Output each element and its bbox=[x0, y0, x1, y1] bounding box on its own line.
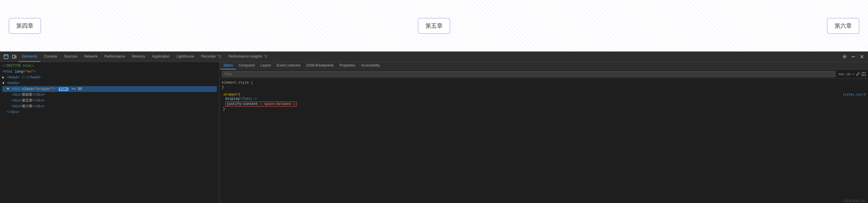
styles-tab-accessibility[interactable]: Accessibility bbox=[358, 62, 382, 69]
svg-rect-4 bbox=[15, 56, 16, 58]
device-toggle-icon[interactable] bbox=[10, 53, 18, 60]
style-panel-icon[interactable] bbox=[862, 72, 866, 76]
dom-panel: <!DOCTYPE html> <html lang="en"> ▶ <head… bbox=[0, 62, 219, 203]
tab-performance[interactable]: Performance bbox=[101, 52, 129, 62]
styles-filter-actions: :hov .cls + bbox=[838, 72, 866, 76]
css-display-line: display : flex ; □□ bbox=[222, 96, 866, 101]
element-style-selector: element.style { bbox=[222, 80, 866, 85]
dom-line-wrapper[interactable]: ▼ <div class="wrapper"> flex == $0 bbox=[2, 86, 217, 92]
devtools-panel: Elements Console Sources Network Perform… bbox=[0, 52, 868, 203]
preview-area: 第四章 第五章 第六章 bbox=[0, 0, 868, 52]
svg-point-8 bbox=[853, 56, 854, 57]
svg-rect-3 bbox=[12, 55, 15, 58]
hov-toggle[interactable]: :hov bbox=[838, 72, 844, 76]
cls-toggle[interactable]: .cls bbox=[846, 72, 851, 76]
styles-tab-layout[interactable]: Layout bbox=[257, 62, 274, 69]
devtools-content: <!DOCTYPE html> <html lang="en"> ▶ <head… bbox=[0, 62, 868, 203]
dom-line-html[interactable]: <html lang="en"> bbox=[2, 69, 217, 75]
styles-panel: Styles Computed Layout Event Listeners D… bbox=[219, 62, 868, 203]
dom-line-doctype[interactable]: <!DOCTYPE html> bbox=[2, 63, 217, 69]
close-icon[interactable] bbox=[858, 53, 866, 60]
styles-tab-dom-breakpoints[interactable]: DOM Breakpoints bbox=[304, 62, 337, 69]
css-source: styles.css:5 bbox=[843, 93, 866, 96]
dom-line-ch5[interactable]: <div>第五章</div> bbox=[2, 98, 217, 104]
dom-line-ch4[interactable]: <div>第四章</div> bbox=[2, 92, 217, 98]
style-edit-icon[interactable] bbox=[856, 72, 860, 76]
tab-network[interactable]: Network bbox=[81, 52, 101, 62]
toolbar-right-icons bbox=[841, 53, 866, 60]
styles-content: element.style { } .wrapper { styles.css:… bbox=[219, 79, 868, 203]
tab-elements[interactable]: Elements bbox=[19, 52, 40, 62]
css-justify-line[interactable]: justify-content : space-between ; bbox=[222, 101, 866, 107]
tab-lighthouse[interactable]: Lighthouse bbox=[173, 52, 198, 62]
svg-point-6 bbox=[844, 56, 845, 57]
styles-tab-computed[interactable]: Computed bbox=[236, 62, 257, 69]
devtools-tabs: Elements Console Sources Network Perform… bbox=[19, 52, 840, 62]
svg-rect-0 bbox=[4, 55, 8, 59]
more-icon[interactable] bbox=[849, 53, 857, 60]
svg-point-9 bbox=[854, 56, 855, 57]
dom-line-head[interactable]: ▶ <head> ⓘ </head> bbox=[2, 75, 217, 80]
tab-recorder[interactable]: Recorder ⌥ bbox=[198, 52, 225, 62]
dom-line-body[interactable]: ▼ <body> bbox=[2, 80, 217, 86]
svg-point-7 bbox=[852, 56, 853, 57]
settings-icon[interactable] bbox=[841, 53, 848, 60]
tab-memory[interactable]: Memory bbox=[128, 52, 148, 62]
styles-tab-properties[interactable]: Properties bbox=[337, 62, 358, 69]
watermark: CSDN @hsf_666 bbox=[843, 199, 866, 202]
element-style-close: } bbox=[222, 85, 866, 90]
dom-line-ch6[interactable]: <div>第六章</div> bbox=[2, 104, 217, 109]
styles-filter-bar: :hov .cls + bbox=[219, 70, 868, 79]
tab-console[interactable]: Console bbox=[40, 52, 61, 62]
element-style-block: element.style { } bbox=[222, 80, 866, 90]
wrapper-css-selector: .wrapper bbox=[222, 92, 239, 96]
styles-tab-event-listeners[interactable]: Event Listeners bbox=[274, 62, 304, 69]
wrapper-css-block: .wrapper { styles.css:5 display : flex ;… bbox=[222, 92, 866, 111]
tab-performance-insights[interactable]: Performance insights ⌥ bbox=[225, 52, 271, 62]
dom-line-div-close[interactable]: </div> bbox=[2, 109, 217, 115]
tab-application[interactable]: Application bbox=[148, 52, 173, 62]
styles-sub-tabs: Styles Computed Layout Event Listeners D… bbox=[219, 62, 868, 70]
devtools-toolbar: Elements Console Sources Network Perform… bbox=[0, 52, 868, 62]
tab-sources[interactable]: Sources bbox=[61, 52, 81, 62]
chapter2-box: 第五章 bbox=[418, 18, 450, 34]
styles-filter-input[interactable] bbox=[222, 71, 836, 77]
inspect-icon[interactable] bbox=[2, 53, 10, 60]
chapter3-box: 第六章 bbox=[827, 18, 859, 34]
styles-tab-styles[interactable]: Styles bbox=[221, 62, 236, 69]
css-justify-highlighted: justify-content : space-between ; bbox=[225, 102, 297, 107]
add-style-icon[interactable]: + bbox=[852, 72, 854, 76]
chapter1-box: 第四章 bbox=[9, 18, 41, 34]
